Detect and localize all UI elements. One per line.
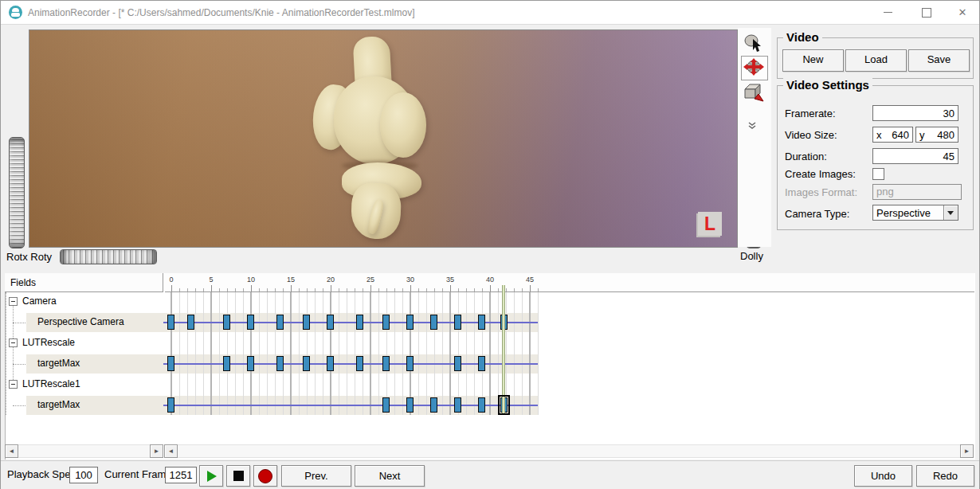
stop-icon (233, 471, 244, 481)
video-size-x-input[interactable]: x 640 (872, 127, 913, 143)
keyframe[interactable] (406, 315, 414, 330)
duration-input[interactable] (872, 148, 958, 164)
keyframe[interactable] (276, 356, 284, 371)
create-images-checkbox[interactable] (872, 168, 884, 180)
images-format-input: png (872, 184, 962, 200)
timeline-panel (5, 273, 975, 460)
images-format-label: Images Format: (785, 186, 857, 198)
keyframe[interactable] (454, 356, 461, 371)
object-move-tool-icon (741, 92, 766, 106)
keyframe[interactable] (276, 315, 284, 330)
play-icon (207, 471, 217, 482)
viewport-3d-canvas[interactable] (29, 29, 738, 248)
prev-keyframe-button[interactable]: Prev. KeyFrame (281, 465, 351, 487)
timeline-scroll-left-button[interactable]: ◄ (164, 444, 178, 458)
close-button[interactable]: ✕ (949, 1, 976, 24)
keyframe[interactable] (167, 315, 174, 330)
keyframe[interactable] (356, 356, 363, 371)
record-icon (258, 469, 272, 483)
tree-expander[interactable] (9, 297, 18, 306)
keyframe[interactable] (454, 397, 461, 413)
keyframe[interactable] (478, 356, 485, 371)
next-keyframe-button[interactable]: Next KeyFrame (355, 465, 425, 487)
roty-thumbwheel[interactable] (60, 249, 157, 264)
keyframe[interactable] (223, 315, 230, 330)
video-settings-group-title: Video Settings (783, 78, 872, 92)
viewport-toolbar (738, 28, 771, 247)
keyframe[interactable] (247, 356, 254, 371)
save-button[interactable]: Save (908, 49, 970, 72)
chevron-down-icon (747, 119, 757, 133)
duration-label: Duration: (785, 151, 827, 162)
keyframe[interactable] (247, 315, 254, 330)
tree-expander[interactable] (9, 338, 18, 347)
keyframe[interactable] (382, 356, 390, 371)
play-button[interactable] (199, 465, 223, 487)
keyframe[interactable] (303, 315, 310, 330)
app-window: AnimationRecorder - [* C:/Users/sahmed/D… (0, 0, 980, 489)
camera-type-label: Camera Type: (785, 208, 849, 220)
keyframe[interactable] (406, 356, 414, 371)
undo-button[interactable]: Undo (854, 465, 912, 487)
fields-column-header: Fields (5, 273, 163, 292)
title-bar[interactable]: AnimationRecorder - [* C:/Users/sahmed/D… (1, 1, 979, 25)
redo-button[interactable]: Redo (916, 465, 974, 487)
timeline-scroll-right-button[interactable]: ► (960, 444, 974, 458)
keyframe[interactable] (327, 315, 334, 330)
keyframe[interactable] (167, 356, 174, 371)
collapse-toolbar-button[interactable] (747, 119, 760, 131)
rot-wheel-label: Rotx Roty (6, 251, 52, 263)
keyframe[interactable] (327, 356, 334, 371)
timeline-ruler[interactable] (165, 273, 974, 292)
fields-scroll-right-button[interactable]: ► (150, 444, 163, 458)
video-size-label: Video Size: (785, 129, 837, 141)
minimize-button[interactable] (874, 1, 901, 24)
transport-bar: Playback Speed: Current Frame: Prev. Key… (1, 460, 979, 489)
femur-condyle-bump (380, 92, 426, 158)
fields-scrollbar[interactable] (5, 444, 163, 458)
app-icon (9, 6, 22, 19)
camera-type-dropdown[interactable]: Perspective (872, 205, 958, 221)
load-button[interactable]: Load (845, 49, 907, 72)
camera-pan-tool-button[interactable] (741, 56, 768, 80)
keyframe[interactable] (356, 315, 363, 330)
keyframe[interactable] (382, 315, 390, 330)
video-group-title: Video (783, 30, 822, 44)
create-images-label: Create Images: (785, 168, 856, 180)
keyframe[interactable] (500, 315, 508, 330)
keyframe[interactable] (187, 315, 194, 330)
keyframe[interactable] (303, 356, 310, 371)
keyframe[interactable] (478, 397, 485, 413)
rotx-thumbwheel[interactable] (9, 137, 25, 248)
stop-button[interactable] (226, 465, 250, 487)
maximize-button[interactable] (913, 1, 940, 24)
current-frame-label: Current Frame: (104, 468, 174, 480)
timeline-scrollbar[interactable] (164, 444, 974, 458)
video-size-y-input[interactable]: y 480 (915, 127, 958, 143)
tree-expander[interactable] (9, 380, 18, 389)
current-frame-input[interactable] (165, 467, 197, 483)
camera-pan-tool-icon (742, 67, 766, 80)
framerate-label: Framerate: (785, 108, 836, 119)
record-button[interactable] (253, 465, 277, 487)
selected-keyframe-outline[interactable] (498, 395, 510, 415)
keyframe[interactable] (382, 397, 390, 413)
new-button[interactable]: New (782, 49, 844, 72)
fields-scroll-left-button[interactable]: ◄ (5, 444, 18, 458)
keyframe[interactable] (430, 315, 437, 330)
orientation-marker: L (698, 212, 722, 236)
keyframe[interactable] (430, 397, 437, 413)
dolly-wheel-label: Dolly (740, 250, 763, 262)
window-title: AnimationRecorder - [* C:/Users/sahmed/D… (28, 7, 415, 18)
dropdown-arrow-icon[interactable] (943, 205, 958, 220)
playback-speed-input[interactable] (69, 467, 98, 483)
keyframe[interactable] (223, 356, 230, 371)
object-move-tool-button[interactable] (741, 80, 766, 104)
framerate-input[interactable] (872, 105, 958, 121)
keyframe[interactable] (406, 397, 414, 413)
keyframe[interactable] (454, 315, 461, 330)
keyframe[interactable] (478, 315, 485, 330)
keyframe[interactable] (167, 397, 174, 413)
pick-tool-button[interactable] (741, 32, 766, 55)
